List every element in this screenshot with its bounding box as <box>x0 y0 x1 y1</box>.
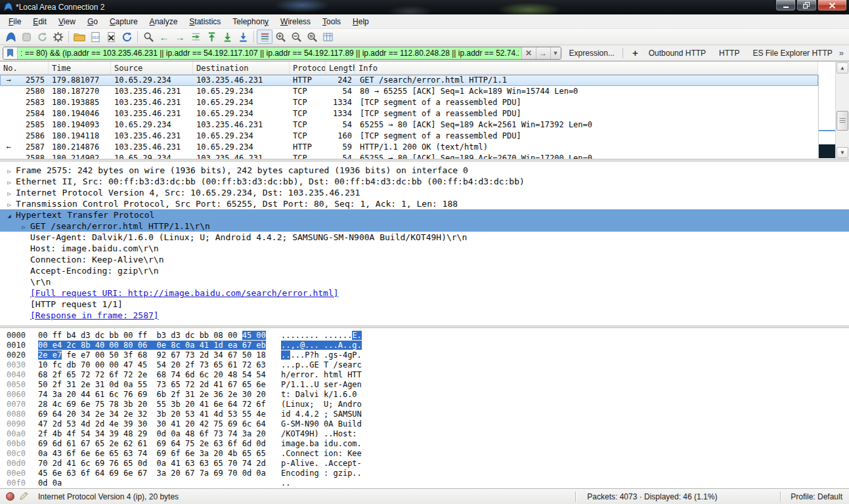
menu-wireless[interactable]: Wireless <box>274 15 316 28</box>
hex-row-00f0[interactable]: 00f00d 0a.. <box>7 478 849 488</box>
auto-scroll-button[interactable] <box>235 30 251 44</box>
hex-row-0070[interactable]: 007028 4c 69 6e 75 78 3b 20 55 3b 20 41 … <box>7 400 849 410</box>
go-to-packet-button[interactable] <box>188 30 204 44</box>
go-last-button[interactable] <box>219 30 235 44</box>
menu-view[interactable]: View <box>53 15 81 28</box>
packet-row-2580[interactable]: 2580180.187270103.235.46.23110.65.29.234… <box>0 86 818 97</box>
detail-line[interactable]: Accept-Encoding: gzip\r\n <box>0 265 849 276</box>
detail-line[interactable]: \r\n <box>0 276 849 287</box>
column-header-dst[interactable]: Destination <box>193 62 290 74</box>
close-button[interactable] <box>817 0 847 11</box>
capture-options-button[interactable] <box>50 30 66 44</box>
stop-capture-button[interactable] <box>18 30 34 44</box>
detail-line[interactable]: [HTTP request 1/1] <box>0 299 849 310</box>
menu-go[interactable]: Go <box>81 15 104 28</box>
hex-row-0050[interactable]: 005050 2f 31 2e 31 0d 0a 55 73 65 72 2d … <box>7 380 849 390</box>
hex-row-0030[interactable]: 003010 fc db 70 00 00 47 45 54 20 2f 73 … <box>7 360 849 370</box>
packet-list-scrollbar[interactable]: ▲ ▼ <box>835 62 849 159</box>
filter-apply-button[interactable]: → <box>536 47 550 59</box>
filter-shortcut-es-file-explorer-http[interactable]: ES File Explorer HTTP <box>752 49 832 58</box>
cell-len: 54 <box>326 119 355 131</box>
filter-overflow-chevron[interactable]: » <box>839 48 845 58</box>
resize-columns-button[interactable] <box>320 30 336 44</box>
column-header-info[interactable]: Info <box>355 62 818 74</box>
packet-row-2584[interactable]: 2584180.194046103.235.46.23110.65.29.234… <box>0 108 818 119</box>
go-first-button[interactable] <box>204 30 219 44</box>
menu-edit[interactable]: Edit <box>27 15 53 28</box>
restart-capture-button[interactable] <box>34 30 50 44</box>
expression-button[interactable]: Expression... <box>567 47 617 59</box>
packet-row-2583[interactable]: 2583180.193885103.235.46.23110.65.29.234… <box>0 97 818 108</box>
scroll-down-arrow[interactable]: ▼ <box>837 147 848 158</box>
filter-shortcut-http[interactable]: HTTP <box>719 49 739 58</box>
menu-capture[interactable]: Capture <box>104 15 144 28</box>
display-filter-input[interactable] <box>18 47 521 59</box>
detail-line[interactable]: [Full request URI: http://image.baidu.co… <box>0 287 849 299</box>
menu-tools[interactable]: Tools <box>316 15 347 28</box>
packet-row-2586[interactable]: 2586180.194118103.235.46.23110.65.29.234… <box>0 131 818 142</box>
filter-shortcut-outbound-http[interactable]: Outbound HTTP <box>649 49 706 58</box>
column-header-no[interactable]: No. <box>0 62 49 74</box>
packet-row-2587[interactable]: ←2587180.214876103.235.46.23110.65.29.23… <box>0 142 818 153</box>
detail-line[interactable]: ▷Internet Protocol Version 4, Src: 10.65… <box>0 187 849 198</box>
filter-clear-button[interactable]: ✕ <box>521 47 536 59</box>
hex-row-00e0[interactable]: 00e045 6e 63 6f 64 69 6e 67 3a 20 67 7a … <box>7 469 849 478</box>
expert-info-icon[interactable] <box>6 492 14 501</box>
detail-line[interactable]: Host: image.baidu.com\r\n <box>0 243 849 254</box>
expanded-triangle-icon[interactable]: ◢ <box>5 211 13 222</box>
packet-list-minimap[interactable] <box>818 75 835 159</box>
detail-line[interactable]: Connection: Keep-Alive\r\n <box>0 254 849 265</box>
detail-line[interactable]: ▷Frame 2575: 242 bytes on wire (1936 bit… <box>0 165 849 176</box>
detail-line[interactable]: ▷Ethernet II, Src: 00:ff:b3:d3:dc:bb (00… <box>0 176 849 187</box>
start-capture-button[interactable] <box>3 30 18 44</box>
go-back-button[interactable]: ← <box>156 30 172 44</box>
zoom-in-button[interactable] <box>272 30 288 44</box>
hex-row-0060[interactable]: 006074 3a 20 44 61 6c 76 69 6b 2f 31 2e … <box>7 390 849 400</box>
filter-bookmark-button[interactable] <box>3 47 18 59</box>
hex-row-0040[interactable]: 004068 2f 65 72 72 6f 72 2e 68 74 6d 6c … <box>7 370 849 380</box>
colorize-button[interactable] <box>257 30 272 44</box>
restore-button[interactable] <box>796 0 817 11</box>
filter-history-dropdown[interactable]: ▼ <box>550 47 561 59</box>
hex-row-0000[interactable]: 000000 ff b4 d3 dc bb 00 ff b3 d3 dc bb … <box>7 331 849 341</box>
hex-row-00d0[interactable]: 00d070 2d 41 6c 69 76 65 0d 0a 41 63 63 … <box>7 459 849 469</box>
packet-row-2585[interactable]: 2585180.19409310.65.29.234103.235.46.231… <box>0 119 818 131</box>
menu-statistics[interactable]: Statistics <box>183 15 227 28</box>
hex-row-0010[interactable]: 001000 e4 2c 8b 40 00 80 06 0e 8c 0a 41 … <box>7 341 849 350</box>
hex-row-0080[interactable]: 008069 64 20 34 2e 34 2e 32 3b 20 53 41 … <box>7 410 849 419</box>
column-header-proto[interactable]: Protocol <box>290 62 326 74</box>
column-header-len[interactable]: Length <box>326 62 355 74</box>
close-file-button[interactable] <box>103 30 119 44</box>
collapsed-triangle-icon[interactable]: ▷ <box>20 222 28 233</box>
menu-help[interactable]: Help <box>347 15 375 28</box>
menu-telephony[interactable]: Telephony <box>227 15 274 28</box>
filter-add-button[interactable]: + <box>628 47 642 58</box>
minimize-button[interactable] <box>775 0 796 11</box>
detail-line[interactable]: ▷GET /search/error.html HTTP/1.1\r\n <box>0 220 849 232</box>
menu-analyze[interactable]: Analyze <box>144 15 184 28</box>
find-packet-button[interactable] <box>141 30 156 44</box>
zoom-reset-button[interactable] <box>304 30 320 44</box>
capture-comment-icon[interactable] <box>19 491 29 503</box>
go-forward-button[interactable]: → <box>172 30 188 44</box>
status-profile[interactable]: Profile: Default <box>781 492 849 501</box>
zoom-out-button[interactable] <box>288 30 304 44</box>
menu-file[interactable]: File <box>3 15 27 28</box>
detail-line[interactable]: ▷Transmission Control Protocol, Src Port… <box>0 198 849 209</box>
hex-row-00a0[interactable]: 00a02f 4b 4f 54 34 39 48 29 0d 0a 48 6f … <box>7 429 849 439</box>
scrollbar-thumb[interactable] <box>837 111 848 131</box>
column-header-time[interactable]: Time <box>49 62 111 74</box>
packet-row-2575[interactable]: →2575179.88107710.65.29.234103.235.46.23… <box>0 75 818 86</box>
hex-row-0090[interactable]: 009047 2d 53 4d 2d 4e 39 30 30 41 20 42 … <box>7 419 849 429</box>
detail-line[interactable]: [Response in frame: 2587] <box>0 310 849 321</box>
save-file-button[interactable]: 010 <box>87 30 103 44</box>
reload-button[interactable] <box>119 30 135 44</box>
scroll-up-arrow[interactable]: ▲ <box>837 62 848 74</box>
column-header-src[interactable]: Source <box>111 62 193 74</box>
hex-row-0020[interactable]: 00202e e7 fe e7 00 50 3f 68 92 67 73 2d … <box>7 350 849 360</box>
hex-row-00c0[interactable]: 00c00a 43 6f 6e 6e 65 63 74 69 6f 6e 3a … <box>7 449 849 459</box>
hex-row-00b0[interactable]: 00b069 6d 61 67 65 2e 62 61 69 64 75 2e … <box>7 439 849 449</box>
open-file-button[interactable] <box>72 30 87 44</box>
detail-line[interactable]: User-Agent: Dalvik/1.6.0 (Linux; U; Andr… <box>0 232 849 243</box>
detail-line[interactable]: ◢Hypertext Transfer Protocol <box>0 209 849 220</box>
